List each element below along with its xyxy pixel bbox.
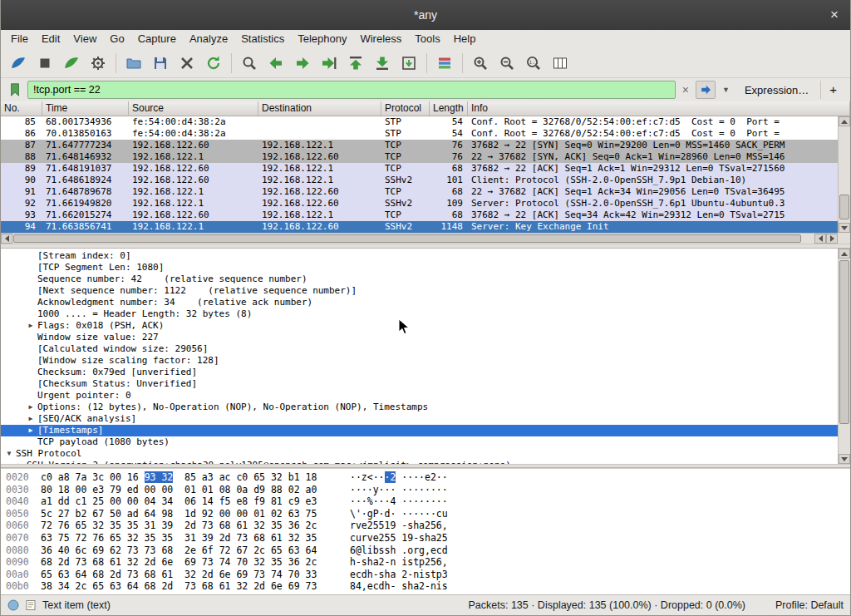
expander-down-icon[interactable]: ▼: [2, 448, 16, 460]
add-filter-button[interactable]: +: [820, 81, 845, 99]
column-header-time[interactable]: Time: [42, 101, 129, 116]
expander-right-icon[interactable]: ▶: [13, 460, 27, 464]
menu-go[interactable]: Go: [103, 30, 130, 48]
hex-row[interactable]: 006072 76 65 32 35 35 31 39 2d 73 68 61 …: [6, 520, 850, 532]
hex-row[interactable]: 003080 18 00 e3 79 ed 00 00 01 01 08 0a …: [6, 484, 850, 496]
column-header-length[interactable]: Length: [430, 101, 468, 116]
find-packet-icon[interactable]: [237, 52, 262, 75]
hex-row[interactable]: 008036 40 6c 69 62 73 73 68 2e 6f 72 67 …: [6, 545, 850, 557]
filter-apply-icon[interactable]: [696, 81, 716, 99]
scroll-right-icon[interactable]: [826, 234, 838, 244]
vscroll-thumb[interactable]: [839, 195, 849, 219]
detail-line[interactable]: [Window size scaling factor: 128]: [1, 355, 838, 367]
zoom-original-icon[interactable]: 1:1: [521, 52, 546, 75]
expression-button[interactable]: Expression…: [736, 84, 817, 96]
column-header-info[interactable]: Info: [468, 101, 850, 116]
packet-row[interactable]: 8771.647777234192.168.122.60192.168.122.…: [1, 140, 838, 151]
detail-line[interactable]: 1000 .... = Header Length: 32 bytes (8): [1, 308, 838, 320]
hex-row[interactable]: 00a065 63 64 68 2d 73 68 61 32 2d 6e 69 …: [6, 569, 850, 581]
packet-row[interactable]: 8971.648191037192.168.122.60192.168.122.…: [1, 163, 838, 175]
packet-row[interactable]: 9071.648618924192.168.122.60192.168.122.…: [1, 175, 838, 186]
packet-row[interactable]: 8568.001734936fe:54:00:d4:38:2aSTP54Conf…: [1, 116, 838, 128]
reload-file-icon[interactable]: [201, 52, 226, 75]
menu-statistics[interactable]: Statistics: [234, 30, 291, 48]
detail-line[interactable]: TCP payload (1080 bytes): [1, 436, 838, 448]
column-header-protocol[interactable]: Protocol: [381, 101, 430, 116]
resize-columns-icon[interactable]: [548, 52, 573, 75]
display-filter-input[interactable]: [27, 81, 676, 99]
scroll-down-icon[interactable]: [839, 223, 850, 233]
packet-list-vscrollbar[interactable]: [838, 116, 850, 233]
capture-options-icon[interactable]: [86, 52, 111, 75]
packet-row[interactable]: 9171.648789678192.168.122.1192.168.122.6…: [1, 186, 838, 198]
expert-info-icon[interactable]: [7, 599, 19, 611]
stop-capture-icon[interactable]: [32, 52, 57, 75]
expander-right-icon[interactable]: ▶: [24, 320, 37, 332]
detail-line[interactable]: [Checksum Status: Unverified]: [1, 378, 838, 390]
column-header-source[interactable]: Source: [129, 101, 258, 116]
detail-line[interactable]: ▶Options: (12 bytes), No-Operation (NOP)…: [1, 402, 838, 413]
scroll-down-icon[interactable]: [839, 454, 850, 464]
go-forward-icon[interactable]: [290, 52, 315, 75]
go-to-packet-icon[interactable]: [317, 52, 342, 75]
detail-line[interactable]: [Calculated window size: 29056]: [1, 343, 838, 355]
auto-scroll-icon[interactable]: [396, 52, 421, 75]
menu-capture[interactable]: Capture: [131, 30, 183, 48]
hex-row[interactable]: 009068 2d 73 68 61 32 2d 6e 69 73 74 70 …: [6, 556, 850, 569]
window-close-button[interactable]: ×: [826, 7, 843, 23]
restart-capture-icon[interactable]: [59, 52, 84, 75]
packet-row[interactable]: 9471.663856741192.168.122.1192.168.122.6…: [1, 221, 838, 233]
detail-line[interactable]: ▶[SEQ/ACK analysis]: [1, 413, 838, 425]
filter-dropdown-icon[interactable]: ▼: [719, 86, 733, 94]
column-header-destination[interactable]: Destination: [258, 101, 381, 116]
menu-file[interactable]: File: [4, 30, 35, 48]
expander-right-icon[interactable]: ▶: [24, 402, 37, 413]
zoom-out-icon[interactable]: [494, 52, 519, 75]
scroll-up-icon[interactable]: [839, 116, 850, 126]
menu-help[interactable]: Help: [447, 30, 483, 48]
hex-row[interactable]: 007063 75 72 76 65 32 35 35 31 39 2d 73 …: [6, 532, 850, 545]
menu-analyze[interactable]: Analyze: [183, 30, 234, 48]
detail-line[interactable]: Acknowledgment number: 34 (relative ack …: [1, 297, 838, 308]
detail-line[interactable]: [Stream index: 0]: [1, 250, 838, 262]
go-first-packet-icon[interactable]: [343, 52, 368, 75]
filter-bookmark-icon[interactable]: [6, 81, 24, 99]
menu-edit[interactable]: Edit: [35, 30, 66, 48]
close-file-icon[interactable]: [175, 52, 199, 75]
detail-line[interactable]: Urgent pointer: 0: [1, 390, 838, 402]
menu-wireless[interactable]: Wireless: [353, 30, 408, 48]
zoom-in-icon[interactable]: [468, 52, 493, 75]
menu-view[interactable]: View: [66, 30, 103, 48]
hex-row[interactable]: 0020c0 a8 7a 3c 00 16 93 32 85 a3 ac c0 …: [6, 471, 850, 484]
expander-right-icon[interactable]: ▶: [24, 413, 37, 425]
colorize-icon[interactable]: [432, 52, 457, 75]
detail-line[interactable]: [TCP Segment Len: 1080]: [1, 262, 838, 274]
packet-row[interactable]: 9271.661949820192.168.122.1192.168.122.6…: [1, 198, 838, 209]
vscroll-thumb[interactable]: [839, 260, 849, 424]
column-header-no[interactable]: No.: [1, 101, 42, 116]
menu-tools[interactable]: Tools: [408, 30, 446, 48]
detail-line[interactable]: ▼SSH Protocol: [1, 448, 838, 460]
details-vscrollbar[interactable]: [838, 249, 850, 464]
hscroll-thumb[interactable]: [13, 234, 801, 243]
scroll-up-icon[interactable]: [839, 249, 850, 259]
detail-line[interactable]: ▶Flags: 0x018 (PSH, ACK): [1, 320, 838, 332]
go-back-icon[interactable]: [263, 52, 288, 75]
menu-telephony[interactable]: Telephony: [291, 30, 353, 48]
hex-row[interactable]: 0040a1 dd c1 25 00 00 04 34 06 14 f5 e8 …: [6, 495, 850, 508]
detail-line[interactable]: ▶SSH Version 2 (encryption:chacha20-poly…: [1, 460, 838, 464]
profile-button[interactable]: Profile: Default: [775, 599, 844, 611]
hex-row[interactable]: 00b038 34 2c 65 63 64 68 2d 73 68 61 32 …: [6, 580, 850, 593]
scroll-left-icon[interactable]: [814, 234, 826, 244]
open-file-icon[interactable]: [121, 52, 146, 75]
go-last-packet-icon[interactable]: [370, 52, 395, 75]
filter-clear-icon[interactable]: ×: [679, 81, 692, 99]
detail-line[interactable]: ▶[Timestamps]: [1, 425, 838, 436]
start-capture-icon[interactable]: [6, 52, 31, 75]
packet-row[interactable]: 8670.013850163fe:54:00:d4:38:2aSTP54Conf…: [1, 128, 838, 140]
detail-line[interactable]: Checksum: 0x79ed [unverified]: [1, 367, 838, 378]
capture-comment-icon[interactable]: [25, 599, 37, 611]
packet-list-hscrollbar[interactable]: [1, 233, 838, 244]
detail-line[interactable]: Window size value: 227: [1, 332, 838, 343]
packet-row[interactable]: 8871.648146932192.168.122.1192.168.122.6…: [1, 151, 838, 163]
